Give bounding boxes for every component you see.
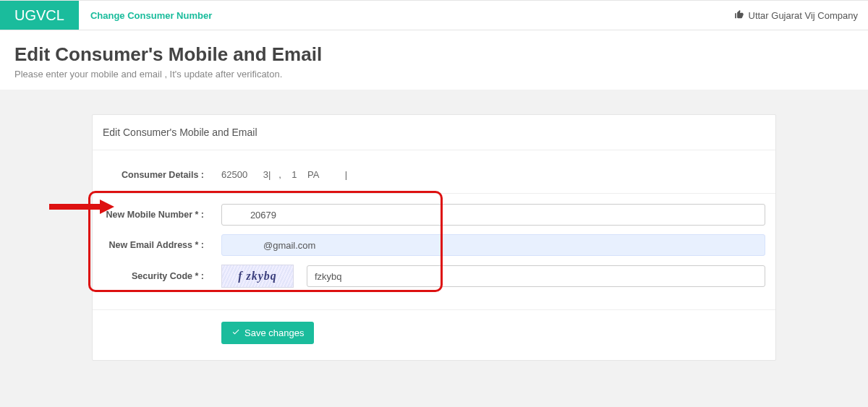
email-label: New Email Address * :	[103, 240, 211, 250]
panel-footer: Save changes	[93, 309, 775, 360]
mobile-label: New Mobile Number * :	[103, 210, 211, 220]
topbar: UGVCL Change Consumer Number Uttar Gujar…	[0, 0, 868, 30]
mobile-input[interactable]	[221, 204, 765, 226]
security-code-input[interactable]	[307, 265, 765, 287]
thumbs-up-icon	[734, 9, 744, 22]
security-code-label: Security Code * :	[103, 271, 211, 281]
page-subtitle: Please enter your mobile and email , It'…	[14, 69, 854, 80]
breadcrumb-change-consumer[interactable]: Change Consumer Number	[79, 1, 224, 30]
panel-body: Consumer Details : 62500 3| , 1 PA | New…	[93, 150, 775, 309]
captcha-image: f zkybq	[221, 265, 294, 288]
consumer-details-value: 62500 3| , 1 PA |	[211, 169, 765, 180]
mobile-row: New Mobile Number * :	[103, 204, 765, 226]
page-title: Edit Consumer's Mobile and Email	[14, 43, 854, 66]
save-changes-button[interactable]: Save changes	[221, 322, 314, 344]
edit-panel: Edit Consumer's Mobile and Email Consume…	[92, 114, 776, 361]
brand-logo[interactable]: UGVCL	[0, 1, 79, 30]
check-icon	[231, 327, 240, 338]
email-input[interactable]	[221, 234, 765, 256]
security-code-row: Security Code * : f zkybq	[103, 265, 765, 288]
panel-heading: Edit Consumer's Mobile and Email	[93, 115, 775, 150]
org-name: Uttar Gujarat Vij Company	[749, 10, 859, 21]
page-header: Edit Consumer's Mobile and Email Please …	[0, 30, 868, 90]
consumer-details-row: Consumer Details : 62500 3| , 1 PA |	[103, 163, 765, 186]
email-row: New Email Address * :	[103, 234, 765, 256]
consumer-details-label: Consumer Details :	[103, 170, 211, 180]
save-changes-label: Save changes	[244, 327, 304, 338]
content-area: Edit Consumer's Mobile and Email Consume…	[0, 90, 868, 407]
org-link[interactable]: Uttar Gujarat Vij Company	[724, 1, 869, 30]
divider	[93, 193, 775, 194]
